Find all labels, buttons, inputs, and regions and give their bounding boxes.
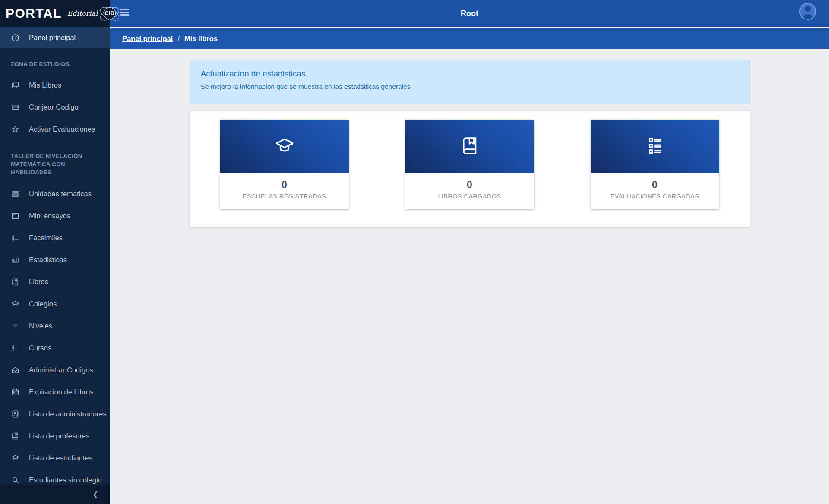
bar-chart-icon — [11, 255, 20, 265]
stat-card-header — [591, 120, 719, 173]
sidebar-item-label: Estudiantes sin colegio — [29, 476, 102, 484]
info-alert: Actualizacion de estadisticas Se mejoro … — [190, 60, 750, 104]
contact-book-icon — [11, 410, 20, 419]
sidebar-item-mini-ensayos[interactable]: Mini ensayos — [0, 205, 110, 227]
calendar-icon — [11, 387, 20, 397]
sidebar-item-lista-de-estudiantes[interactable]: Lista de estudiantes — [0, 447, 110, 469]
sidebar-item-lista-de-profesores[interactable]: Lista de profesores — [0, 425, 110, 447]
sidebar-item-canjear-codigo[interactable]: Canjear Codigo — [0, 96, 110, 118]
hamburger-menu-icon[interactable] — [120, 9, 129, 16]
sidebar-item-label: Canjear Codigo — [29, 103, 79, 111]
search-icon — [11, 476, 20, 485]
stat-card-header — [220, 120, 349, 173]
breadcrumb-current: Mis libros — [184, 35, 218, 43]
sidebar-item-label: Lista de administradores — [29, 410, 107, 418]
filter-lines-icon — [11, 321, 20, 331]
graduation-cap-icon — [273, 135, 296, 159]
sidebar-item-facsimiles[interactable]: Facsimiles — [0, 227, 110, 249]
stat-card-libros[interactable]: 0 LIBROS CARGADOS — [405, 120, 534, 209]
sidebar-item-label: Activar Evaluaciones — [29, 125, 95, 133]
barcode-icon — [11, 103, 20, 112]
page-title: Root — [461, 9, 478, 18]
graduation-cap-icon — [11, 454, 20, 463]
sidebar-item-colegios[interactable]: Colegios — [0, 293, 110, 315]
checklist-icon — [644, 135, 666, 159]
card-dash-icon — [11, 211, 20, 220]
sidebar-item-label: Colegios — [29, 300, 57, 308]
sidebar-item-label: Mis Libros — [29, 81, 61, 89]
sidebar-item-activar-evaluaciones[interactable]: Activar Evaluaciones — [0, 118, 110, 140]
brand-logo[interactable]: PORTAL Editorial CID — [0, 0, 110, 27]
breadcrumb-separator: / — [177, 35, 180, 43]
stats-panel: 0 ESCUELAS REGISTRADAS 0 LIBROS CARGADOS — [190, 111, 750, 227]
cid-emblem-icon: CID — [99, 3, 120, 24]
sidebar-item-unidades-tematicas[interactable]: Unidades tematicas — [0, 183, 110, 205]
rows-icon — [11, 189, 20, 198]
books-stack-icon — [11, 81, 20, 90]
stat-card-evaluaciones[interactable]: 0 EVALUACIONES CARGADAS — [591, 120, 719, 209]
envelope-open-icon — [11, 365, 20, 375]
sidebar-item-label: Facsimiles — [29, 234, 63, 242]
stat-label: EVALUACIONES CARGADAS — [591, 193, 719, 209]
alert-message: Se mejoro la informacion que se muestra … — [201, 83, 739, 91]
sidebar-item-label: Cursos — [29, 344, 51, 352]
sidebar-nav: Panel principal ZONA DE ESTUDIOS Mis Lib… — [0, 27, 110, 485]
stat-label: ESCUELAS REGISTRADAS — [220, 193, 349, 209]
breadcrumb: Panel principal / Mis libros — [110, 28, 829, 49]
brand-tagline: Editorial — [67, 9, 98, 17]
sidebar-item-label: Unidades tematicas — [29, 190, 92, 198]
sidebar-item-label: Administrar Codigos — [29, 366, 93, 374]
stat-card-escuelas[interactable]: 0 ESCUELAS REGISTRADAS — [220, 120, 349, 209]
sidebar-section-title-zona: ZONA DE ESTUDIOS — [0, 48, 110, 74]
sidebar-item-label: Lista de estudiantes — [29, 454, 92, 462]
brand-name: PORTAL — [6, 6, 62, 21]
gauge-icon — [11, 33, 20, 42]
sidebar-item-expiracion-de-libros[interactable]: Expiracion de Libros — [0, 381, 110, 403]
stat-card-header — [405, 120, 534, 173]
sidebar-item-cursos[interactable]: Cursos — [0, 337, 110, 359]
sidebar-section-title-taller: TALLER DE NIVELACIÓN MATEMÁTICA CON HABI… — [0, 140, 110, 183]
sidebar-item-mis-libros[interactable]: Mis Libros — [0, 74, 110, 96]
sidebar-item-label: Mini ensayos — [29, 212, 70, 220]
stat-value: 0 — [220, 179, 349, 191]
sidebar-item-niveles[interactable]: Niveles — [0, 315, 110, 337]
star-icon — [11, 125, 20, 134]
list-circles-icon — [11, 343, 20, 353]
stat-value: 0 — [405, 179, 534, 191]
main-content: Actualizacion de estadisticas Se mejoro … — [110, 49, 829, 504]
alert-title: Actualizacion de estadisticas — [201, 69, 739, 79]
sidebar-item-label: Libros — [29, 278, 48, 286]
sidebar: PORTAL Editorial CID Panel principal ZON… — [0, 0, 110, 504]
breadcrumb-link-panel-principal[interactable]: Panel principal — [122, 35, 173, 43]
stat-label: LIBROS CARGADOS — [405, 193, 534, 209]
top-header: Root — [110, 0, 829, 28]
sidebar-item-administrar-codigos[interactable]: Administrar Codigos — [0, 359, 110, 381]
sidebar-item-lista-de-administradores[interactable]: Lista de administradores — [0, 403, 110, 425]
book-icon — [459, 135, 481, 159]
sidebar-item-label: Panel principal — [29, 34, 76, 42]
sidebar-item-label: Lista de profesores — [29, 432, 89, 440]
user-avatar-icon[interactable] — [799, 3, 816, 20]
sidebar-item-estadisticas[interactable]: Estadisticas — [0, 249, 110, 271]
book-icon — [11, 277, 20, 287]
sidebar-item-panel-principal[interactable]: Panel principal — [0, 27, 110, 48]
sidebar-item-libros[interactable]: Libros — [0, 271, 110, 293]
cid-emblem-text: CID — [104, 7, 116, 19]
book-icon — [11, 432, 20, 441]
chevron-left-icon: ❮ — [93, 490, 98, 498]
sidebar-item-label: Expiracion de Libros — [29, 388, 94, 396]
sidebar-item-label: Niveles — [29, 322, 52, 330]
list-circles-icon — [11, 233, 20, 243]
sidebar-item-label: Estadisticas — [29, 256, 67, 264]
sidebar-collapse-button[interactable]: ❮ — [0, 485, 110, 504]
graduation-cap-icon — [11, 299, 20, 309]
sidebar-item-estudiantes-sin-colegio[interactable]: Estudiantes sin colegio — [0, 469, 110, 485]
stat-value: 0 — [591, 179, 719, 191]
